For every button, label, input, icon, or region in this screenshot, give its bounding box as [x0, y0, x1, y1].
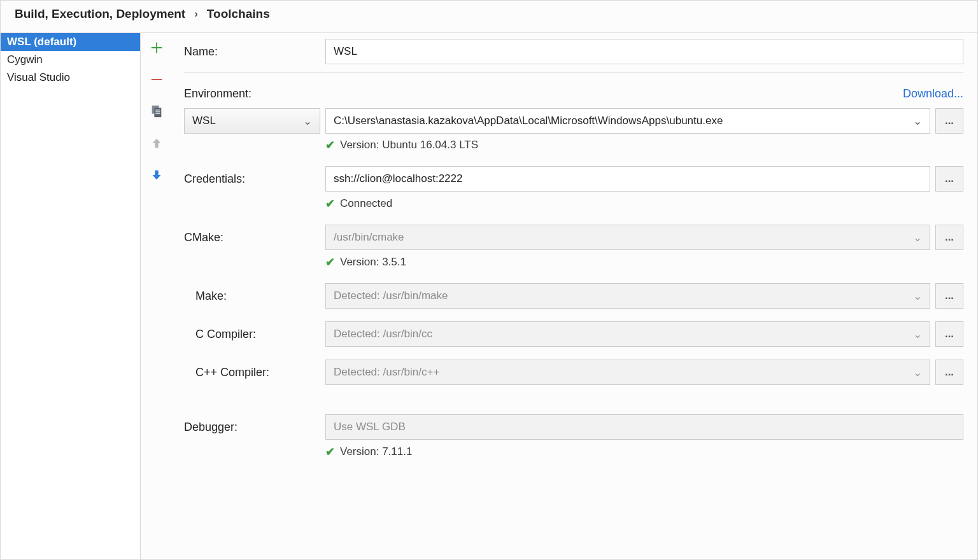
- chevron-down-icon: ⌄: [913, 328, 922, 341]
- svg-rect-4: [155, 111, 160, 112]
- remove-button[interactable]: [146, 69, 167, 90]
- list-item[interactable]: WSL (default): [1, 33, 140, 51]
- download-link[interactable]: Download...: [903, 87, 963, 101]
- environment-path-select[interactable]: C:\Users\anastasia.kazakova\AppData\Loca…: [325, 108, 930, 134]
- cmake-input[interactable]: /usr/bin/cmake ⌄: [325, 225, 930, 250]
- make-input[interactable]: Detected: /usr/bin/make ⌄: [325, 283, 930, 309]
- check-icon: ✔: [325, 446, 335, 458]
- chevron-down-icon: ⌄: [913, 115, 922, 128]
- check-icon: ✔: [325, 256, 335, 268]
- chevron-right-icon: ›: [194, 8, 198, 20]
- make-browse-button[interactable]: ...: [935, 283, 963, 309]
- svg-rect-0: [152, 79, 162, 80]
- debugger-input[interactable]: Use WSL GDB: [325, 414, 963, 440]
- move-up-button[interactable]: [146, 132, 167, 154]
- add-button[interactable]: [146, 37, 167, 59]
- move-down-button[interactable]: [146, 164, 167, 186]
- cxx-compiler-browse-button[interactable]: ...: [935, 360, 963, 385]
- environment-path-value: C:\Users\anastasia.kazakova\AppData\Loca…: [334, 115, 723, 127]
- svg-rect-2: [154, 108, 161, 118]
- environment-status-text: Version: Ubuntu 16.04.3 LTS: [340, 139, 478, 151]
- debugger-label: Debugger:: [184, 421, 325, 434]
- cxx-compiler-input[interactable]: Detected: /usr/bin/c++ ⌄: [325, 360, 930, 385]
- arrow-down-icon: [150, 168, 164, 182]
- debugger-status: ✔ Version: 7.11.1: [325, 445, 963, 458]
- debugger-status-text: Version: 7.11.1: [340, 445, 412, 458]
- breadcrumb: Build, Execution, Deployment › Toolchain…: [1, 1, 977, 32]
- environment-label: Environment:: [184, 87, 252, 101]
- check-icon: ✔: [325, 198, 335, 209]
- svg-rect-3: [155, 109, 160, 110]
- breadcrumb-root[interactable]: Build, Execution, Deployment: [15, 7, 185, 21]
- cmake-status-text: Version: 3.5.1: [340, 256, 406, 269]
- cmake-browse-button[interactable]: ...: [935, 225, 963, 250]
- c-compiler-label: C Compiler:: [184, 328, 325, 341]
- arrow-up-icon: [150, 136, 164, 150]
- credentials-status: ✔ Connected: [325, 197, 963, 210]
- environment-browse-button[interactable]: ...: [935, 108, 963, 134]
- name-input[interactable]: [325, 39, 963, 64]
- credentials-browse-button[interactable]: ...: [935, 166, 963, 192]
- credentials-status-text: Connected: [340, 197, 392, 210]
- make-placeholder: Detected: /usr/bin/make: [334, 290, 448, 302]
- name-label: Name:: [184, 45, 325, 59]
- cmake-label: CMake:: [184, 231, 325, 244]
- list-toolbar: [141, 32, 173, 559]
- svg-rect-5: [155, 113, 160, 114]
- toolchain-form: Name: Environment: Download... WSL ⌄: [173, 32, 977, 559]
- chevron-down-icon: ⌄: [913, 231, 922, 244]
- chevron-down-icon: ⌄: [913, 366, 922, 379]
- toolchain-list[interactable]: WSL (default) Cygwin Visual Studio: [1, 32, 141, 559]
- check-icon: ✔: [325, 139, 335, 151]
- list-item[interactable]: Visual Studio: [1, 69, 140, 87]
- debugger-placeholder: Use WSL GDB: [334, 421, 406, 433]
- environment-status: ✔ Version: Ubuntu 16.04.3 LTS: [325, 139, 963, 151]
- credentials-label: Credentials:: [184, 172, 325, 186]
- divider: [184, 73, 963, 73]
- environment-type-value: WSL: [192, 115, 216, 127]
- cxx-compiler-placeholder: Detected: /usr/bin/c++: [334, 366, 439, 379]
- cxx-compiler-label: C++ Compiler:: [184, 366, 325, 379]
- plus-icon: [150, 41, 164, 55]
- chevron-down-icon: ⌄: [913, 290, 922, 303]
- environment-type-select[interactable]: WSL ⌄: [184, 108, 320, 134]
- cmake-placeholder: /usr/bin/cmake: [334, 231, 404, 244]
- c-compiler-browse-button[interactable]: ...: [935, 321, 963, 347]
- copy-button[interactable]: [146, 101, 167, 122]
- credentials-input[interactable]: [325, 166, 930, 192]
- breadcrumb-leaf: Toolchains: [207, 7, 270, 21]
- copy-icon: [150, 104, 164, 118]
- make-label: Make:: [184, 290, 325, 303]
- list-item[interactable]: Cygwin: [1, 51, 140, 69]
- cmake-status: ✔ Version: 3.5.1: [325, 256, 963, 269]
- c-compiler-input[interactable]: Detected: /usr/bin/cc ⌄: [325, 321, 930, 347]
- minus-icon: [150, 73, 164, 87]
- chevron-down-icon: ⌄: [303, 115, 312, 128]
- c-compiler-placeholder: Detected: /usr/bin/cc: [334, 328, 432, 340]
